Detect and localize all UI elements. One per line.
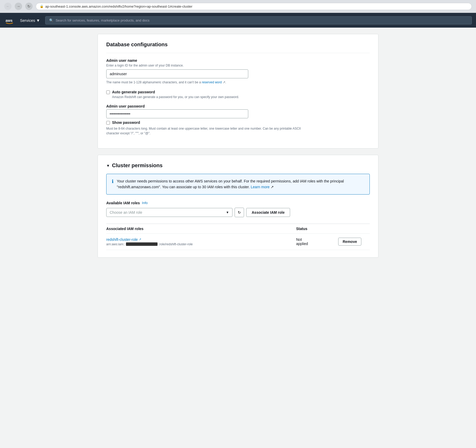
role-external-link-icon: ↗	[139, 238, 141, 241]
lock-icon: 🔒	[40, 4, 44, 8]
admin-username-description: Enter a login ID for the admin user of y…	[106, 64, 370, 67]
admin-password-group: Admin user password Show password Must b…	[106, 104, 370, 136]
search-placeholder: Search for services, features, marketpla…	[55, 18, 149, 22]
associate-iam-role-button[interactable]: Associate IAM role	[246, 208, 290, 217]
auto-generate-password-description: Amazon Redshift can generate a password …	[112, 95, 370, 99]
iam-role-dropdown[interactable]: Choose an IAM role ▼	[106, 208, 232, 217]
url-text: ap-southeast-1.console.aws.amazon.com/re…	[45, 4, 193, 8]
svg-text:aws: aws	[6, 18, 13, 23]
auto-generate-password-checkbox[interactable]	[106, 90, 110, 94]
password-hint: Must be 8-64 characters long. Must conta…	[106, 126, 306, 136]
admin-username-hint: The name must be 1-128 alphanumeric char…	[106, 80, 306, 85]
forward-button[interactable]: →	[15, 3, 22, 10]
services-label: Services	[20, 18, 35, 23]
role-name-link[interactable]: redshift-cluster-role ↗	[106, 237, 296, 242]
search-icon: 🔍	[49, 18, 53, 22]
show-password-label[interactable]: Show password	[112, 120, 140, 125]
cluster-permissions-title: Cluster permissions	[112, 162, 163, 169]
aws-top-nav: aws Services ▼ 🔍 Search for services, fe…	[0, 13, 476, 28]
refresh-icon: ↻	[238, 210, 241, 215]
iam-table-header: Associated IAM roles Status	[106, 224, 370, 234]
admin-username-label: Admin user name	[106, 58, 370, 63]
db-config-title: Database configurations	[106, 42, 370, 48]
global-search-bar[interactable]: 🔍 Search for services, features, marketp…	[45, 16, 472, 24]
admin-username-group: Admin user name Enter a login ID for the…	[106, 58, 370, 85]
page-content: Database configurations Admin user name …	[93, 28, 383, 270]
services-chevron-icon: ▼	[36, 18, 40, 23]
admin-password-input[interactable]	[106, 109, 248, 118]
cluster-permissions-title-row: ▼ Cluster permissions	[106, 162, 370, 169]
iam-info-link[interactable]: Info	[142, 201, 148, 205]
external-link-icon: ↗	[223, 80, 225, 84]
role-column: redshift-cluster-role ↗ arn:aws:iam:: :r…	[106, 237, 296, 246]
browser-chrome: ← → ↻ 🔒 ap-southeast-1.console.aws.amazo…	[0, 0, 476, 13]
iam-controls-row: Choose an IAM role ▼ ↻ Associate IAM rol…	[106, 208, 370, 217]
auto-generate-password-group: Auto generate password Amazon Redshift c…	[106, 90, 370, 99]
available-iam-roles-label-row: Available IAM roles Info	[106, 201, 370, 205]
table-row: redshift-cluster-role ↗ arn:aws:iam:: :r…	[106, 234, 370, 250]
show-password-row: Show password	[106, 120, 370, 125]
cluster-permissions-info-text: Your cluster needs permissions to access…	[117, 178, 364, 190]
info-circle-icon: ℹ	[112, 179, 114, 190]
admin-password-label: Admin user password	[106, 104, 370, 108]
back-button[interactable]: ←	[4, 3, 12, 10]
action-column-header	[338, 227, 370, 231]
refresh-button[interactable]: ↻	[25, 3, 33, 10]
reserved-word-link[interactable]: reserved word	[202, 80, 222, 84]
learn-more-link[interactable]: Learn more	[251, 185, 270, 189]
associated-iam-roles-table: Associated IAM roles Status redshift-clu…	[106, 223, 370, 250]
auto-generate-checkbox-row: Auto generate password	[106, 90, 370, 94]
status-column-header: Status	[296, 227, 338, 231]
status-column: Not applied	[296, 237, 338, 246]
learn-more-external-icon: ↗	[271, 185, 274, 189]
role-column-header: Associated IAM roles	[106, 227, 296, 231]
redacted-account-id	[126, 242, 158, 246]
admin-username-input[interactable]	[106, 69, 248, 78]
services-menu-button[interactable]: Services ▼	[20, 18, 40, 23]
cluster-permissions-card: ▼ Cluster permissions ℹ Your cluster nee…	[98, 155, 378, 258]
auto-generate-password-label[interactable]: Auto generate password	[112, 90, 155, 94]
address-bar: 🔒 ap-southeast-1.console.aws.amazon.com/…	[36, 3, 472, 10]
available-iam-roles-label: Available IAM roles	[106, 201, 140, 205]
section-expand-icon: ▼	[106, 164, 110, 168]
action-column: Remove	[338, 238, 370, 246]
show-password-checkbox[interactable]	[106, 121, 110, 125]
remove-role-button[interactable]: Remove	[338, 238, 361, 246]
database-config-card: Database configurations Admin user name …	[98, 34, 378, 149]
aws-logo-icon: aws	[4, 15, 15, 26]
aws-logo: aws	[4, 15, 15, 26]
iam-dropdown-placeholder: Choose an IAM role	[110, 210, 142, 215]
dropdown-chevron-icon: ▼	[226, 211, 229, 214]
cluster-permissions-info-box: ℹ Your cluster needs permissions to acce…	[106, 174, 370, 195]
role-arn: arn:aws:iam:: :role/redshift-cluster-rol…	[106, 242, 296, 246]
refresh-iam-roles-button[interactable]: ↻	[235, 208, 244, 217]
